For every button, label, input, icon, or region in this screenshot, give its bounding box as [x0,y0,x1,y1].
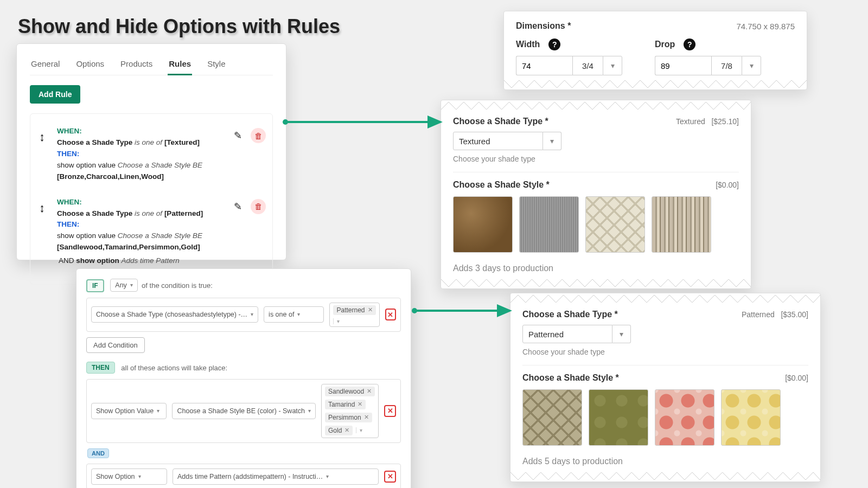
tab-general[interactable]: General [30,56,61,75]
action-field-select[interactable]: Choose a Shade Style BE (color) - Swatch… [172,403,316,419]
width-label: Width [516,40,540,49]
swatch-tamarind[interactable] [589,389,648,446]
rule-action-target: Choose a Shade Style BE [118,161,202,169]
shade-type-value: Patterned [522,325,612,343]
swatch-linen[interactable] [585,196,645,253]
delete-action-icon[interactable]: ✕ [384,471,396,483]
condition-row: Choose a Shade Type (choseashadestyletyp… [86,298,401,332]
width-input[interactable] [516,56,572,75]
tag-remove-icon[interactable]: ✕ [358,401,362,408]
trash-icon[interactable]: 🗑 [251,128,266,143]
edit-icon[interactable]: ✎ [230,199,245,214]
action-type-select[interactable]: Show Option Value▾ [91,403,167,419]
rule-condition-values: [Textured] [164,138,200,146]
help-icon[interactable]: ? [684,38,695,50]
any-all-select[interactable]: Any▾ [110,279,138,292]
action-row: Show Option Value▾ Choose a Shade Style … [86,379,401,443]
tag-persimmon[interactable]: Persimmon✕ [325,413,372,422]
tag-remove-icon[interactable]: ✕ [364,414,369,421]
shade-style-price: [$0.00] [716,181,739,189]
shade-preview-patterned: Choose a Shade Type * Patterned [$35.00]… [510,293,821,482]
then-keyword: THEN: [57,220,79,228]
shade-type-select[interactable]: Textured ▾ [453,132,561,150]
then-clause-header: THEN all of these actions will take plac… [86,362,401,374]
condition-value-tagbox[interactable]: Patterned✕ ▾ [329,303,379,327]
rule-actions: ✎ 🗑 [230,197,266,214]
page-title: Show and Hide Options with Rules [18,15,340,38]
torn-edge-icon [510,472,820,482]
tag-remove-icon[interactable]: ✕ [368,306,373,313]
add-rule-button[interactable]: Add Rule [30,85,80,104]
delete-condition-icon[interactable]: ✕ [385,309,396,320]
rule-action-verb: show option value [57,232,116,240]
swatch-list [453,196,739,253]
drop-fraction: 7/8 [711,56,742,75]
action2-field-select[interactable]: Adds time Pattern (addstimepattern) - In… [173,468,379,485]
drop-fraction-dropdown[interactable]: ▾ [742,56,761,75]
chevron-down-icon[interactable]: ▾ [356,427,362,433]
swatch-bronze[interactable] [453,196,513,253]
chevron-down-icon[interactable]: ▾ [543,132,561,150]
action-value-tagbox[interactable]: Sandlewood✕ Tamarind✕ Persimmon✕ Gold✕ ▾ [321,384,379,438]
rule-action-values: [Bronze,Charcoal,Linen,Wood] [57,172,164,181]
if-clause-header: IF Any▾ of the condition is true: [86,279,401,292]
trash-icon[interactable]: 🗑 [251,199,266,214]
torn-edge-icon [441,279,751,289]
tag-gold[interactable]: Gold✕ [325,426,353,435]
and-keyword: AND [59,256,74,265]
rule-action2-verb: show option [76,256,121,265]
rule-action-values: [Sandlewood,Tamarind,Persimmon,Gold] [57,243,200,251]
tab-rules[interactable]: Rules [168,56,192,75]
admin-tabs: General Options Products Rules Style [30,56,273,75]
swatch-wood[interactable] [652,196,711,253]
tag-remove-icon[interactable]: ✕ [367,388,372,395]
torn-edge-icon [504,80,807,90]
rule-editor-popup: IF Any▾ of the condition is true: Choose… [76,268,411,488]
shade-type-select[interactable]: Patterned ▾ [522,325,631,343]
delete-action-icon[interactable]: ✕ [384,405,396,417]
condition-field-select[interactable]: Choose a Shade Type (choseashadestyletyp… [91,306,258,323]
chevron-down-icon[interactable]: ▾ [612,325,631,343]
drop-input[interactable] [655,56,711,75]
drag-handle-icon[interactable]: ↕ [37,197,47,220]
tab-style[interactable]: Style [206,56,226,75]
production-note: Adds 5 days to production [522,457,808,466]
width-fraction: 3/4 [572,56,603,75]
then-suffix-text: all of these actions will take place: [121,363,227,371]
tag-remove-icon[interactable]: ✕ [344,427,349,434]
action2-type-select[interactable]: Show Option▾ [91,468,167,485]
rule-summary: WHEN: Choose a Shade Type is one of [Tex… [57,126,220,183]
dimensions-label: Dimensions * [516,21,571,31]
tab-options[interactable]: Options [75,56,105,75]
swatch-gold[interactable] [721,389,781,446]
shade-style-label: Choose a Shade Style * [522,373,619,383]
help-icon[interactable]: ? [548,38,560,50]
condition-operator-select[interactable]: is one of▾ [264,306,324,323]
torn-edge-icon [510,293,820,303]
torn-edge-icon [441,100,751,110]
then-keyword: THEN: [57,150,79,158]
swatch-charcoal[interactable] [519,196,579,253]
edit-icon[interactable]: ✎ [230,128,245,143]
when-keyword: WHEN: [57,198,82,206]
rule-actions: ✎ 🗑 [230,126,266,143]
shade-type-summary: Patterned [$35.00] [742,310,808,319]
rule-list: ↕ WHEN: Choose a Shade Type is one of [T… [30,113,273,285]
tag-patterned[interactable]: Patterned✕ [333,305,375,315]
add-condition-button[interactable]: Add Condition [86,337,145,353]
rule-condition-verb: is one of [135,209,164,217]
drag-handle-icon[interactable]: ↕ [37,126,47,149]
rules-admin-card: General Options Products Rules Style Add… [16,43,286,260]
width-fraction-dropdown[interactable]: ▾ [603,56,622,75]
tag-sandlewood[interactable]: Sandlewood✕ [325,387,375,396]
tag-tamarind[interactable]: Tamarind✕ [325,400,366,409]
shade-type-hint: Choose your shade type [453,155,739,163]
tab-products[interactable]: Products [119,56,154,75]
rule-item: ↕ WHEN: Choose a Shade Type is one of [T… [37,121,266,192]
swatch-persimmon[interactable] [655,389,714,446]
swatch-sandlewood[interactable] [522,389,582,446]
chevron-down-icon[interactable]: ▾ [333,318,340,324]
drop-label: Drop [655,40,675,49]
rule-action-verb: show option value [57,161,116,169]
shade-type-summary: Textured [$25.10] [676,117,739,126]
